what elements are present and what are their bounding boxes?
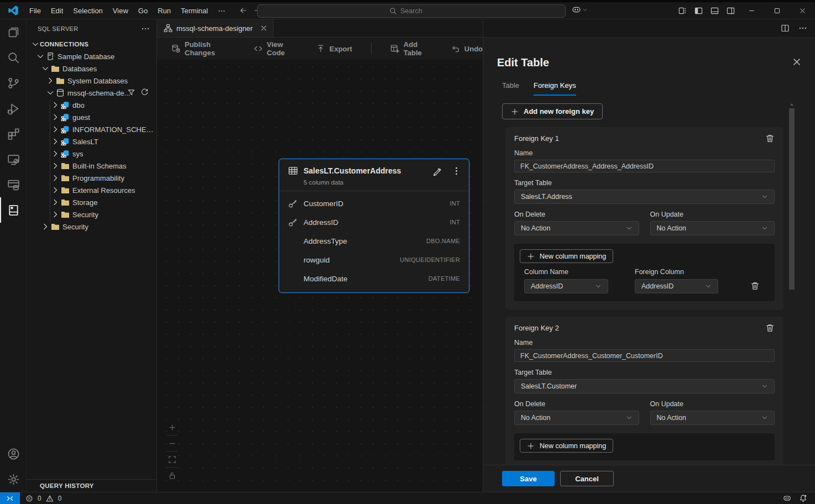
toggle-sidebar-left-button[interactable] <box>691 2 707 19</box>
column-row-rowguid[interactable]: rowguidUNIQUEIDENTIFIER <box>279 250 469 269</box>
fit-view-button[interactable] <box>166 453 178 466</box>
section-connections[interactable]: CONNECTIONS <box>27 38 156 50</box>
tree-item-system-databases[interactable]: System Databases <box>27 75 156 87</box>
split-editor-icon[interactable] <box>781 24 790 33</box>
tree-item-sample-database[interactable]: Sample Database <box>27 50 156 62</box>
toolbar-export-button[interactable]: Export <box>316 44 352 53</box>
menu-view[interactable]: View <box>108 4 133 17</box>
close-button[interactable] <box>790 2 815 19</box>
more-actions-icon[interactable] <box>798 24 807 33</box>
kebab-menu-icon[interactable] <box>452 166 461 176</box>
new-column-mapping-button[interactable]: New column mapping <box>520 439 613 453</box>
tree-item-dbo[interactable]: dbo <box>27 99 156 111</box>
delete-foreign-key-icon[interactable] <box>765 134 775 143</box>
activity-search[interactable] <box>0 45 27 70</box>
column-row-modifieddate[interactable]: ModifiedDateDATETIME <box>279 269 469 288</box>
activity-database-explorer[interactable] <box>0 172 27 197</box>
remote-indicator[interactable] <box>0 492 20 504</box>
activity-remote-explorer[interactable] <box>0 146 27 172</box>
on-update-dropdown[interactable]: No Action <box>650 221 775 235</box>
menu-selection[interactable]: Selection <box>68 4 107 17</box>
fk-name-input[interactable]: FK_CustomerAddress_Customer_CustomerID <box>514 349 775 362</box>
add-foreign-key-button[interactable]: Add new foreign key <box>502 103 603 119</box>
panel-close-icon[interactable] <box>792 57 802 67</box>
filter-icon[interactable] <box>127 88 135 97</box>
activity-settings[interactable] <box>0 466 27 492</box>
copilot-status-icon[interactable] <box>783 494 791 502</box>
foreign-column-dropdown[interactable]: AddressID <box>635 279 718 293</box>
zoom-out-button[interactable] <box>166 437 178 450</box>
menu-go[interactable]: Go <box>133 4 153 17</box>
column-row-addressid[interactable]: AddressIDINT <box>279 213 469 232</box>
menu-file[interactable]: File <box>24 4 46 17</box>
table-card-customeraddress[interactable]: SalesLT.CustomerAddress 5 column data Cu… <box>279 159 469 293</box>
panel-tab-foreign-keys[interactable]: Foreign Keys <box>534 81 576 96</box>
delete-foreign-key-icon[interactable] <box>765 323 775 333</box>
toolbar-view-code-button[interactable]: View Code <box>254 40 297 57</box>
menu-edit[interactable]: Edit <box>46 4 68 17</box>
schema-designer-canvas[interactable]: SalesLT.CustomerAddress 5 column data Cu… <box>157 60 483 492</box>
toolbar-add-table-button[interactable]: Add Table <box>390 40 432 57</box>
activity-source-control[interactable] <box>0 70 27 96</box>
tree-item-storage[interactable]: Storage <box>27 196 156 208</box>
tree-item-guest[interactable]: guest <box>27 111 156 123</box>
search-input[interactable] <box>400 7 433 15</box>
command-search-box[interactable] <box>257 4 566 18</box>
tree-item-security[interactable]: Security <box>27 221 156 233</box>
activity-sql-server[interactable] <box>0 197 27 223</box>
toggle-sidebar-right-button[interactable] <box>723 2 739 19</box>
back-arrow-icon[interactable] <box>239 6 248 15</box>
toolbar-publish-changes-button[interactable]: Publish Changes <box>171 40 235 57</box>
tree-item-sys[interactable]: sys <box>27 148 156 160</box>
toggle-layout-grid-button[interactable] <box>675 2 691 19</box>
panel-scrollbar[interactable] <box>788 102 795 465</box>
new-column-mapping-button[interactable]: New column mapping <box>520 249 613 263</box>
fk-name-input[interactable]: FK_CustomerAddress_Address_AddressID <box>514 160 775 172</box>
column-row-customerid[interactable]: CustomerIDINT <box>279 194 469 213</box>
sidebar-more-actions-icon[interactable] <box>141 24 150 33</box>
notifications-bell-icon[interactable] <box>799 494 807 502</box>
on-delete-dropdown[interactable]: No Action <box>514 411 639 425</box>
activity-explorer[interactable] <box>0 19 27 45</box>
edit-pencil-icon[interactable] <box>432 166 442 176</box>
scrollbar-thumb[interactable] <box>789 108 795 290</box>
tree-item-security[interactable]: Security <box>27 208 156 221</box>
problems-indicator[interactable]: 0 0 <box>25 495 64 502</box>
tree-item-programmability[interactable]: Programmability <box>27 172 156 184</box>
tab-mssql-schema-designer[interactable]: mssql-schema-designer <box>157 19 274 37</box>
tree-item-information-schema[interactable]: INFORMATION_SCHEMA <box>27 123 156 135</box>
search-icon <box>389 7 397 15</box>
toolbar-undo-button[interactable]: Undo <box>451 44 483 53</box>
column-row-addresstype[interactable]: AddressTypeDBO.NAME <box>279 232 469 250</box>
save-button[interactable]: Save <box>502 471 555 486</box>
tree-item-mssql-schema-de[interactable]: mssql-schema-de... <box>27 87 156 99</box>
menu-[interactable]: ⋯ <box>213 4 230 17</box>
activity-run-debug[interactable] <box>0 96 27 121</box>
on-update-dropdown[interactable]: No Action <box>650 411 775 425</box>
menu-terminal[interactable]: Terminal <box>176 4 213 17</box>
activity-extensions[interactable] <box>0 121 27 146</box>
tree-item-built-in-schemas[interactable]: Built-in Schemas <box>27 160 156 172</box>
scroll-up-arrow-icon[interactable] <box>790 102 794 107</box>
copilot-menu-button[interactable] <box>572 5 588 14</box>
column-name-dropdown[interactable]: AddressID <box>524 279 608 293</box>
target-table-dropdown[interactable]: SalesLT.Customer <box>514 379 775 393</box>
lock-button[interactable] <box>166 469 178 482</box>
minimize-button[interactable] <box>739 2 764 19</box>
zoom-in-button[interactable] <box>166 421 178 434</box>
refresh-icon[interactable] <box>140 88 149 97</box>
cancel-button[interactable]: Cancel <box>560 471 614 486</box>
tree-item-external-resources[interactable]: External Resources <box>27 184 156 196</box>
toggle-panel-bottom-button[interactable] <box>707 2 723 19</box>
panel-tab-table[interactable]: Table <box>502 81 519 96</box>
target-table-dropdown[interactable]: SalesLT.Address <box>514 190 775 204</box>
tree-item-databases[interactable]: Databases <box>27 62 156 75</box>
on-delete-dropdown[interactable]: No Action <box>514 221 639 235</box>
tree-item-saleslt[interactable]: SalesLT <box>27 135 156 148</box>
menu-run[interactable]: Run <box>153 4 176 17</box>
activity-account[interactable] <box>0 441 27 466</box>
delete-mapping-icon[interactable] <box>750 281 760 291</box>
section-query-history[interactable]: QUERY HISTORY <box>27 479 156 492</box>
maximize-button[interactable] <box>764 2 790 19</box>
tab-close-icon[interactable] <box>260 24 268 32</box>
